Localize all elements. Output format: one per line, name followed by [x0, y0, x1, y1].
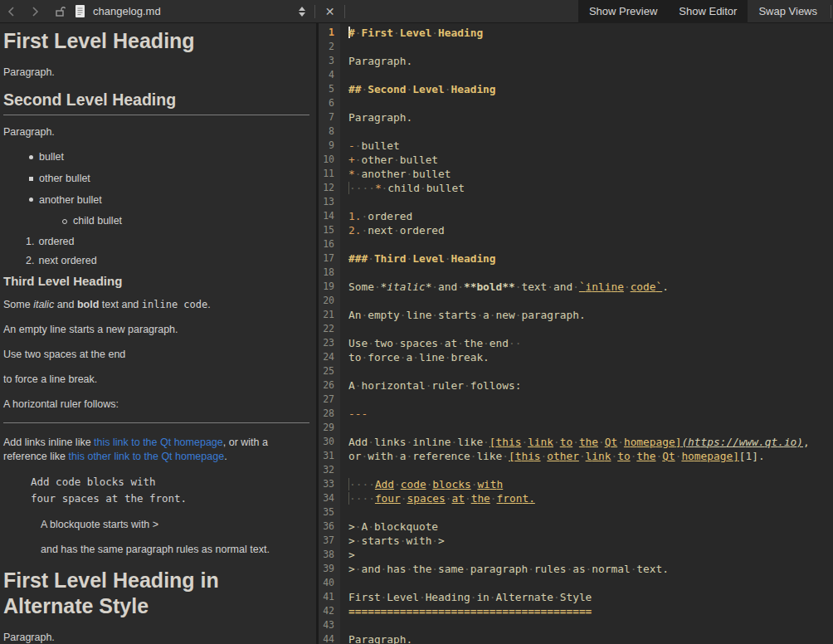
line-content[interactable]: 2.·next·ordered — [340, 223, 833, 237]
line-number[interactable]: 7 — [319, 110, 340, 124]
editor-line[interactable]: 141.·ordered — [319, 209, 833, 223]
split-arrows-icon[interactable] — [292, 7, 312, 17]
line-content[interactable]: An·empty·line·starts·a·new·paragraph. — [340, 308, 833, 322]
line-number[interactable]: 30 — [319, 435, 340, 449]
editor-line[interactable]: 23Use·two·spaces·at·the·end·· — [319, 336, 833, 350]
markdown-editor-pane[interactable]: 1#·First·Level·Heading23Paragraph.45##·S… — [319, 23, 833, 644]
editor-line[interactable]: 37>·starts·with·> — [319, 534, 833, 548]
line-number[interactable]: 23 — [319, 336, 340, 350]
line-content[interactable]: ##·Second·Level·Heading — [340, 82, 833, 96]
line-content[interactable] — [340, 266, 833, 280]
line-content[interactable]: First·Level·Heading·in·Alternate·Style — [340, 590, 833, 604]
editor-line[interactable]: 29 — [319, 421, 833, 435]
line-content[interactable]: +·other·bullet — [340, 153, 833, 167]
line-number[interactable]: 27 — [319, 393, 340, 407]
line-content[interactable] — [340, 393, 833, 407]
editor-line[interactable]: 18 — [319, 266, 833, 280]
line-content[interactable]: ###·Third·Level·Heading — [340, 251, 833, 266]
line-content[interactable]: 1.·ordered — [340, 209, 833, 223]
line-number[interactable]: 8 — [319, 124, 340, 139]
editor-line[interactable]: 44Paragraph. — [319, 632, 833, 644]
line-content[interactable] — [340, 618, 833, 632]
editor-line[interactable]: 25 — [319, 364, 833, 378]
editor-line[interactable]: 22 — [319, 322, 833, 336]
show-preview-button[interactable]: Show Preview — [578, 0, 668, 23]
open-file-name[interactable]: changelog.md — [90, 5, 168, 17]
line-content[interactable]: to·force·a·line·break. — [340, 350, 833, 364]
editor-line[interactable]: 17###·Third·Level·Heading — [319, 251, 833, 266]
line-number[interactable]: 17 — [319, 251, 340, 266]
line-content[interactable]: ====================================== — [340, 604, 833, 618]
editor-line[interactable]: 36>·A·blockquote — [319, 520, 833, 534]
line-content[interactable]: *·another·bullet — [340, 167, 833, 181]
editor-line[interactable]: 5##·Second·Level·Heading — [319, 82, 833, 96]
line-number[interactable]: 21 — [319, 308, 340, 322]
line-content[interactable]: -·bullet — [340, 139, 833, 153]
editor-line[interactable]: 7Paragraph. — [319, 110, 833, 124]
line-number[interactable]: 1 — [319, 26, 340, 40]
forward-icon[interactable] — [23, 0, 46, 23]
editor-line[interactable]: 152.·next·ordered — [319, 223, 833, 237]
editor-line[interactable]: 16 — [319, 237, 833, 251]
line-content[interactable]: Some·*italic*·and·**bold**·text·and·`inl… — [340, 280, 833, 294]
line-number[interactable]: 39 — [319, 562, 340, 576]
editor-line[interactable]: 30Add·links·inline·like·[this·link·to·th… — [319, 435, 833, 449]
line-content[interactable]: ····*·child·bullet — [340, 181, 833, 195]
editor-line[interactable]: 34····four·spaces·at·the·front. — [319, 491, 833, 505]
line-number[interactable]: 12 — [319, 181, 340, 195]
line-number[interactable]: 14 — [319, 209, 340, 223]
line-content[interactable] — [340, 364, 833, 378]
show-editor-button[interactable]: Show Editor — [668, 0, 748, 23]
line-content[interactable] — [340, 576, 833, 590]
line-content[interactable] — [340, 505, 833, 520]
line-content[interactable] — [340, 124, 833, 139]
line-content[interactable]: >·A·blockquote — [340, 520, 833, 534]
editor-line[interactable]: 21An·empty·line·starts·a·new·paragraph. — [319, 308, 833, 322]
editor-line[interactable]: 33····Add·code·blocks·with — [319, 477, 833, 491]
line-content[interactable]: Paragraph. — [340, 632, 833, 644]
line-number[interactable]: 37 — [319, 534, 340, 548]
editor-line[interactable]: 32 — [319, 463, 833, 477]
line-content[interactable] — [340, 40, 833, 54]
editor-line[interactable]: 12····*·child·bullet — [319, 181, 833, 195]
editor-line[interactable]: 43 — [319, 618, 833, 632]
close-icon[interactable]: ✕ — [318, 0, 343, 23]
editor-line[interactable]: 39>·and·has·the·same·paragraph·rules·as·… — [319, 562, 833, 576]
line-number[interactable]: 20 — [319, 294, 340, 308]
editor-line[interactable]: 3Paragraph. — [319, 54, 833, 68]
back-icon[interactable] — [0, 0, 23, 23]
line-content[interactable] — [340, 463, 833, 477]
lock-open-icon[interactable] — [46, 0, 71, 23]
line-content[interactable]: or·with·a·reference·like·[this·other·lin… — [340, 449, 833, 463]
line-number[interactable]: 4 — [319, 68, 340, 82]
line-number[interactable]: 25 — [319, 364, 340, 378]
preview-link[interactable]: this link to the Qt homepage — [94, 437, 223, 448]
line-number[interactable]: 5 — [319, 82, 340, 96]
line-number[interactable]: 36 — [319, 520, 340, 534]
line-number[interactable]: 3 — [319, 54, 340, 68]
line-number[interactable]: 16 — [319, 237, 340, 251]
line-number[interactable]: 9 — [319, 139, 340, 153]
line-content[interactable]: ····Add·code·blocks·with — [340, 477, 833, 491]
line-content[interactable]: A·horizontal·ruler·follows: — [340, 378, 833, 393]
editor-line[interactable]: 24to·force·a·line·break. — [319, 350, 833, 364]
line-content[interactable] — [340, 322, 833, 336]
line-content[interactable]: >·and·has·the·same·paragraph·rules·as·no… — [340, 562, 833, 576]
editor-line[interactable]: 1#·First·Level·Heading — [319, 26, 833, 40]
editor-line[interactable]: 4 — [319, 68, 833, 82]
line-number[interactable]: 18 — [319, 266, 340, 280]
editor-line[interactable]: 10+·other·bullet — [319, 153, 833, 167]
editor-line[interactable]: 41First·Level·Heading·in·Alternate·Style — [319, 590, 833, 604]
editor-line[interactable]: 28--- — [319, 407, 833, 421]
line-number[interactable]: 26 — [319, 378, 340, 393]
line-number[interactable]: 2 — [319, 40, 340, 54]
line-number[interactable]: 15 — [319, 223, 340, 237]
line-content[interactable]: Add·links·inline·like·[this·link·to·the·… — [340, 435, 833, 449]
line-content[interactable] — [340, 68, 833, 82]
line-number[interactable]: 6 — [319, 96, 340, 110]
line-number[interactable]: 38 — [319, 548, 340, 562]
line-content[interactable]: > — [340, 548, 833, 562]
line-number[interactable]: 32 — [319, 463, 340, 477]
editor-line[interactable]: 27 — [319, 393, 833, 407]
line-content[interactable] — [340, 237, 833, 251]
